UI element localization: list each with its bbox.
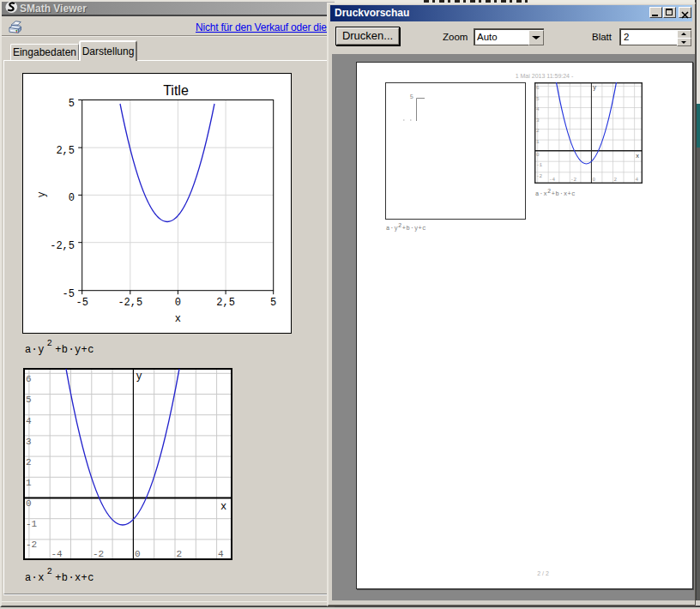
svg-text:x: x xyxy=(636,153,639,160)
svg-text:2: 2 xyxy=(614,177,618,183)
svg-text:5: 5 xyxy=(536,96,540,102)
svg-text:-2: -2 xyxy=(570,177,577,183)
svg-text:2: 2 xyxy=(536,128,540,134)
svg-text:-2,5: -2,5 xyxy=(118,297,142,309)
svg-text:4: 4 xyxy=(536,106,540,112)
svg-text:y: y xyxy=(36,191,48,197)
svg-text:-2: -2 xyxy=(536,173,543,179)
svg-text:x: x xyxy=(220,501,226,513)
svg-text:x: x xyxy=(175,313,181,325)
svg-text:4: 4 xyxy=(26,416,32,426)
svg-text:-2: -2 xyxy=(93,549,104,559)
svg-text:4: 4 xyxy=(636,177,639,183)
svg-text:3: 3 xyxy=(536,118,540,124)
svg-text:-1: -1 xyxy=(26,519,38,529)
svg-text:-5: -5 xyxy=(63,288,75,300)
svg-text:-1: -1 xyxy=(536,162,543,168)
svg-text:y: y xyxy=(593,84,596,91)
svg-text:-4: -4 xyxy=(549,177,556,183)
svg-text:4: 4 xyxy=(218,549,224,559)
svg-text:5: 5 xyxy=(26,395,32,405)
svg-text:6: 6 xyxy=(536,85,540,91)
svg-text:0: 0 xyxy=(26,498,32,509)
svg-text:y: y xyxy=(136,371,142,383)
svg-text:2,5: 2,5 xyxy=(216,297,235,309)
svg-text:0: 0 xyxy=(536,152,540,158)
svg-text:3: 3 xyxy=(26,437,32,447)
svg-text:5: 5 xyxy=(410,93,413,100)
svg-text:-2,5: -2,5 xyxy=(50,240,75,252)
svg-text:5: 5 xyxy=(69,98,75,110)
svg-text:2: 2 xyxy=(177,549,183,559)
svg-text:Title: Title xyxy=(163,83,189,98)
svg-text:1: 1 xyxy=(26,478,32,488)
svg-text:2,5: 2,5 xyxy=(56,145,75,157)
svg-text:0: 0 xyxy=(175,297,181,309)
svg-text:6: 6 xyxy=(26,374,32,384)
svg-text:0: 0 xyxy=(593,177,596,183)
svg-text:1: 1 xyxy=(536,139,540,145)
svg-text:2: 2 xyxy=(26,457,32,467)
svg-text:5: 5 xyxy=(270,297,276,309)
svg-text:-2: -2 xyxy=(26,540,37,550)
svg-text:0: 0 xyxy=(135,549,141,559)
svg-text:-5: -5 xyxy=(75,297,88,309)
svg-text:0: 0 xyxy=(69,192,75,204)
svg-text:-4: -4 xyxy=(51,549,63,559)
